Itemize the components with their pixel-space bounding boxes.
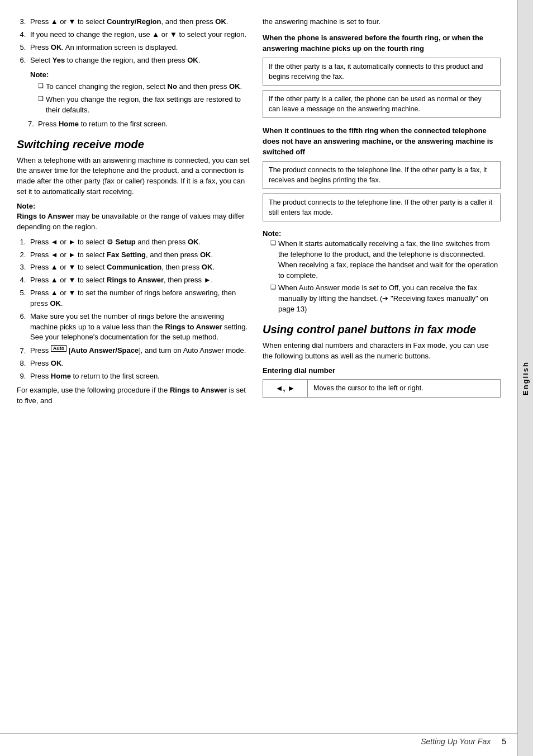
heading-fifth-ring: When it continues to the fifth ring when… bbox=[263, 126, 501, 158]
key-cell: ◄, ► bbox=[263, 379, 308, 398]
steps-list-main: Press ◄ or ► to select ⚙ Setup and then … bbox=[28, 237, 251, 382]
note-right-item: When it starts automatically receiving a… bbox=[272, 239, 501, 281]
heading-fourth-ring: When the phone is answered before the fo… bbox=[263, 33, 501, 54]
entering-dial-label: Entering dial number bbox=[263, 366, 501, 375]
list-item: Press ▲ or ▼ to select Communication, th… bbox=[28, 262, 251, 273]
side-tab-label: English bbox=[521, 361, 530, 395]
list-item: Press Home to return to the first screen… bbox=[28, 371, 251, 382]
list-item: Press ▲ or ▼ to set the number of rings … bbox=[28, 288, 251, 309]
note2-label: Note: bbox=[17, 202, 251, 210]
list-item: Press Auto [Auto Answer/Space], and turn… bbox=[28, 345, 251, 356]
note-item: When you change the region, the fax sett… bbox=[39, 94, 251, 116]
left-column: Press ▲ or ▼ to select Country/Region, a… bbox=[17, 17, 263, 745]
note-right-list: When it starts automatically receiving a… bbox=[272, 239, 501, 315]
list-item: Press OK. An information screen is displ… bbox=[28, 42, 251, 53]
section-title-control-panel: Using control panel buttons in fax mode bbox=[263, 323, 501, 336]
steps-list-top: Press ▲ or ▼ to select Country/Region, a… bbox=[28, 17, 251, 116]
list-item: Press ▲ or ▼ to select Country/Region, a… bbox=[28, 17, 251, 27]
key-desc: Moves the cursor to the left or right. bbox=[308, 379, 501, 398]
info-box-fax: If the other party is a fax, it automati… bbox=[263, 58, 501, 86]
list-item: Make sure you set the number of rings be… bbox=[28, 311, 251, 343]
table-row: ◄, ► Moves the cursor to the left or rig… bbox=[263, 379, 501, 398]
footer: Setting Up Your Fax 5 bbox=[0, 733, 517, 746]
list-item: Press ◄ or ► to select ⚙ Setup and then … bbox=[28, 237, 251, 248]
list-item: Press ▲ or ▼ to select Rings to Answer, … bbox=[28, 275, 251, 286]
section-intro: When a telephone with an answering machi… bbox=[17, 155, 251, 197]
info-box-connects-caller: The product connects to the telephone li… bbox=[263, 193, 501, 221]
side-tab: English bbox=[517, 0, 533, 756]
info-box-connects-fax: The product connects to the telephone li… bbox=[263, 161, 501, 189]
list-item: Press ◄ or ► to select Fax Setting, and … bbox=[28, 250, 251, 261]
note-block-2: Note: Rings to Answer may be unavailable… bbox=[17, 202, 251, 233]
answering-machine-text: the answering machine is set to four. bbox=[263, 17, 501, 27]
item-7: 7. Press Home to return to the first scr… bbox=[28, 119, 251, 130]
note-right-item: When Auto Answer mode is set to Off, you… bbox=[272, 283, 501, 315]
control-panel-intro: When entering dial numbers and character… bbox=[263, 341, 501, 362]
list-item: If you need to change the region, use ▲ … bbox=[28, 30, 251, 40]
note2-text: Rings to Answer may be unavailable or th… bbox=[17, 211, 251, 233]
section-title-switching: Switching receive mode bbox=[17, 138, 251, 151]
right-column: the answering machine is set to four. Wh… bbox=[263, 17, 501, 745]
note-right-label: Note: bbox=[263, 229, 501, 238]
list-item: Select Yes to change the region, and the… bbox=[28, 55, 251, 116]
note-label: Note: bbox=[30, 70, 251, 81]
for-example-text: For example, use the following procedure… bbox=[17, 385, 251, 407]
note-list: To cancel changing the region, select No… bbox=[39, 82, 251, 116]
footer-page: 5 bbox=[502, 737, 506, 746]
dial-table: ◄, ► Moves the cursor to the left or rig… bbox=[263, 379, 501, 398]
info-box-caller: If the other party is a caller, the phon… bbox=[263, 90, 501, 118]
note-item: To cancel changing the region, select No… bbox=[39, 82, 251, 92]
footer-title: Setting Up Your Fax bbox=[421, 737, 491, 746]
list-item: Press OK. bbox=[28, 358, 251, 369]
note-block-right: Note: When it starts automatically recei… bbox=[263, 229, 501, 315]
